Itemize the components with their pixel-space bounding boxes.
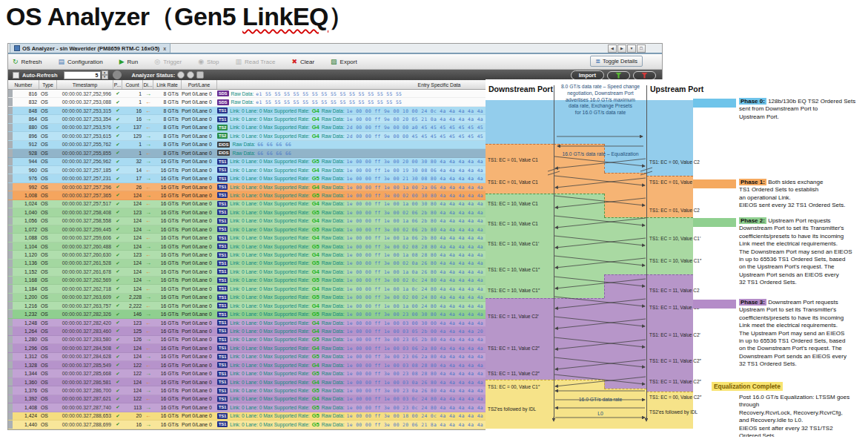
- raw-data-hex: 1e 00 00 ff 3e 00 02 06 2b 80 4a 4a 4a 4…: [347, 210, 493, 215]
- raw-data-hex: 2d 00 00 ff 9e 00 00 45 45 45 45 45 45 4…: [347, 133, 493, 139]
- row-type: OS: [39, 269, 57, 274]
- entry-link-info: Link: 0 Lane: 0 Max Supported Rate:: [230, 185, 309, 190]
- raw-data-hex: 1e 00 00 ff 1e 00 03 00 30 00 4a 4a 4a 4…: [347, 320, 493, 326]
- row-count: 1: [122, 142, 143, 147]
- entry-link-info: Link: 0 Lane: 0 Max Supported Rate:: [230, 371, 309, 376]
- row-count: 124: [122, 235, 143, 240]
- arrow-left-icon: ←: [143, 200, 153, 207]
- row-port-lane: Port 0/Lane 0: [182, 142, 217, 147]
- raw-data-hex: 1e 00 00 ff 3e 00 20 00 30 80 4a 4a 4a 4…: [347, 159, 493, 164]
- max-rate-gen: G5: [312, 336, 319, 343]
- arrow-right-icon: →: [143, 294, 153, 300]
- max-rate-gen: G4: [312, 108, 319, 114]
- export-button[interactable]: ▨Export: [331, 59, 357, 65]
- ordered-set-badge: TS1: [217, 116, 228, 122]
- configuration-button[interactable]: ▤Configuration: [59, 59, 103, 65]
- auto-refresh-checkbox[interactable]: [13, 72, 19, 79]
- row-port-lane: Port 0/Lane 0: [182, 294, 217, 300]
- run-button[interactable]: ▶Run: [119, 59, 139, 65]
- column-header-type[interactable]: Type: [39, 80, 57, 89]
- toolbar: ↻Refresh▤Configuration▶Run◎Trigger◉Stop▥…: [8, 54, 662, 70]
- row-port-lane: Port 0/Lane 0: [182, 354, 217, 359]
- ordered-set-badge: TS1: [217, 184, 228, 190]
- row-number: 912: [13, 142, 39, 147]
- ordered-set-badge: TS1: [217, 413, 228, 419]
- row-count: 124: [122, 346, 143, 351]
- row-count: 1: [122, 151, 143, 156]
- window-control-1[interactable]: ▶: [617, 44, 626, 53]
- ordered-set-badge: TS1: [217, 379, 228, 385]
- upstream-ts-label: TS1: EC = 10, Value C1′: [649, 236, 700, 241]
- arrow-right-icon: →: [143, 243, 153, 250]
- raw-data-hex: 1e 00 00 ff 9e 00 10 00 24 0c 4a 4a 4a 4…: [347, 108, 493, 113]
- max-rate-gen: G4: [312, 234, 319, 241]
- row-port-lane: Port 0/Lane 0: [182, 396, 217, 401]
- checkmark-icon: ✔: [113, 354, 122, 360]
- row-link-rate: 16 GT/s: [153, 193, 182, 198]
- row-count: 124: [122, 218, 143, 223]
- raw-data-label: Raw Data:: [322, 235, 345, 240]
- column-header-port-lane[interactable]: Port/Lane: [182, 80, 217, 89]
- entry-link-info: Link: 0 Lane: 0 Max Supported Rate:: [230, 108, 309, 113]
- equalization-complete-label: Equalization Complete: [712, 382, 783, 391]
- row-timestamp: 00:00:00.327,284,508: [57, 346, 113, 351]
- column-header-p-[interactable]: P...: [113, 80, 122, 89]
- row-type: OS: [39, 346, 57, 351]
- row-count: 113: [122, 405, 143, 410]
- checkmark-icon: ✔: [113, 99, 122, 105]
- row-number: 1,392: [13, 396, 39, 401]
- raw-data-label: Raw Data:: [322, 405, 345, 410]
- tab-close-icon[interactable]: x: [163, 46, 166, 51]
- row-timestamp: 00:00:00.327,252,996: [57, 91, 113, 96]
- arrow-left-icon: ←: [143, 345, 153, 352]
- row-type: OS: [39, 185, 57, 190]
- max-rate-gen: G5: [312, 353, 319, 360]
- clear-button[interactable]: ✖Clear: [291, 59, 314, 65]
- raw-data-hex: 1e 00 00 ff 1e 00 1a 00 2a 06 4a 4a 4a 4…: [347, 185, 493, 190]
- toggle-details-button[interactable]: ≣ Toggle Details: [590, 56, 643, 67]
- ordered-set-badge: TS1: [217, 218, 228, 224]
- raw-data-label: Raw Data:: [322, 269, 345, 274]
- row-type: OS: [39, 303, 57, 309]
- raw-data-label: Raw Data:: [322, 396, 345, 401]
- window-control-3[interactable]: ☐: [637, 44, 646, 53]
- max-rate-gen: G4: [312, 251, 319, 258]
- raw-data-hex: 66 66 66 66: [257, 151, 291, 156]
- window-control-2[interactable]: ▼: [627, 44, 636, 53]
- refresh-button[interactable]: ↻Refresh: [13, 59, 42, 65]
- row-count: 137: [122, 125, 143, 130]
- refresh-interval-input[interactable]: 5: [64, 71, 101, 79]
- column-header-count[interactable]: Count: [122, 80, 143, 89]
- column-header-timestamp[interactable]: Timestamp: [57, 80, 113, 89]
- row-number: 832: [13, 99, 39, 105]
- row-timestamp: 00:00:00.327,257,231: [57, 176, 113, 181]
- row-port-lane: Port 0/Lane 0: [182, 91, 217, 96]
- checkmark-icon: ✔: [113, 90, 122, 96]
- raw-data-label: Raw Data:: [322, 125, 345, 130]
- max-rate-gen: G5: [312, 412, 319, 419]
- window-control-0[interactable]: ◀: [608, 44, 617, 53]
- row-number: 928: [13, 151, 39, 156]
- row-link-rate: 16 GT/s: [153, 371, 182, 376]
- column-header-number[interactable]: Number: [8, 80, 39, 89]
- interval-stepper[interactable]: ▲▼: [102, 70, 108, 79]
- row-type: OS: [39, 218, 57, 223]
- raw-data-hex: 1e 00 00 ff 1e 00 1a 0a 26 80 4a 4a 4a 4…: [347, 269, 493, 274]
- filter-include-button[interactable]: [607, 71, 630, 80]
- row-number: 1,088: [13, 235, 39, 240]
- row-timestamp: 00:00:00.327,261,528: [57, 260, 113, 265]
- arrow-right-icon: →: [143, 421, 153, 428]
- row-type: OS: [39, 329, 57, 334]
- checkmark-icon: ✔: [113, 303, 122, 309]
- tab-os-analyzer[interactable]: OS Analyzer - sin Waverider (PM8659 RTM-…: [10, 43, 170, 53]
- entry-link-info: Link: 0 Lane: 0 Max Supported Rate:: [230, 396, 309, 401]
- max-rate-gen: G5: [312, 404, 319, 411]
- row-timestamp: 00:00:00.327,253,315: [57, 108, 113, 113]
- column-header-link-rate[interactable]: Link Rate: [153, 80, 182, 89]
- checkmark-icon: ✔: [113, 260, 122, 266]
- toolbar-button-label: Read Trace: [245, 59, 275, 65]
- ordered-set-badge: TS1: [217, 159, 228, 165]
- column-header-di-[interactable]: Di...: [143, 80, 153, 89]
- filter-exclude-button[interactable]: [633, 71, 656, 80]
- status-lamp-3: [196, 71, 204, 79]
